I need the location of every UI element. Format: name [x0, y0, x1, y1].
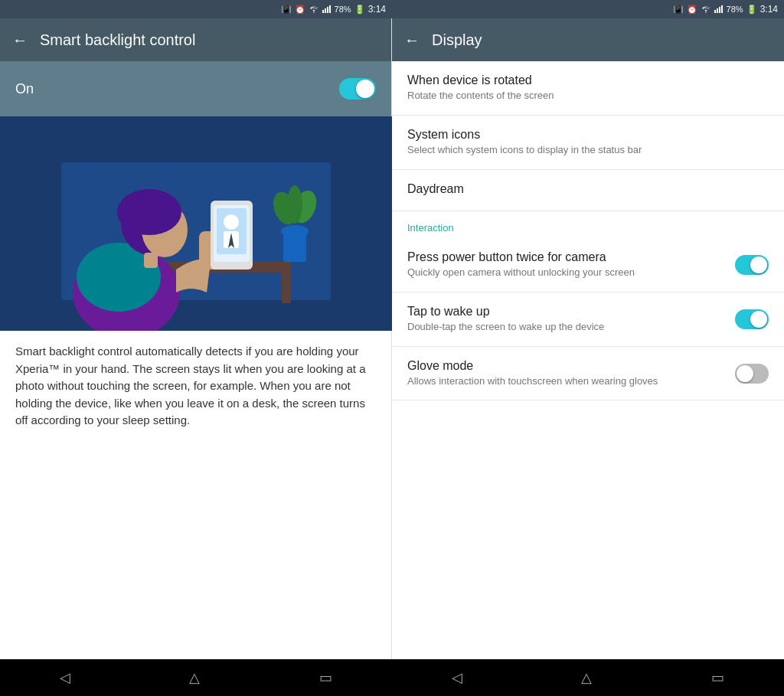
toggle-label: On	[15, 81, 34, 97]
svg-point-23	[117, 189, 181, 235]
svg-point-14	[281, 225, 309, 237]
svg-rect-7	[721, 5, 723, 13]
system-icons-text: System icons Select which system icons t…	[407, 128, 769, 157]
svg-rect-0	[322, 10, 324, 13]
left-panel: ← Smart backlight control On	[0, 18, 392, 659]
left-header: ← Smart backlight control	[0, 18, 391, 61]
left-status-bar: 📳 ⏰ 78% 🔋 3:14	[0, 0, 392, 18]
power-camera-toggle[interactable]	[735, 255, 769, 275]
svg-rect-3	[329, 5, 331, 13]
tap-wake-setting[interactable]: Tap to wake up Double-tap the screen to …	[392, 292, 784, 347]
system-icons-title: System icons	[407, 128, 760, 142]
dual-status-bar: 📳 ⏰ 78% 🔋 3:14 📳 ⏰ 78% 🔋 3:14	[0, 0, 784, 18]
left-home-nav[interactable]: △	[177, 663, 212, 692]
daydream-text: Daydream	[407, 182, 769, 198]
left-back-button[interactable]: ←	[12, 31, 28, 49]
vibrate-icon-r: 📳	[673, 5, 684, 15]
description-text: Smart backlight control automatically de…	[0, 331, 391, 659]
rotation-setting[interactable]: When device is rotated Rotate the conten…	[392, 61, 784, 116]
tap-wake-subtitle: Double-tap the screen to wake up the dev…	[407, 321, 726, 334]
right-back-nav[interactable]: ◁	[439, 663, 475, 692]
left-battery-pct: 78%	[335, 5, 351, 14]
signal-icon	[322, 5, 332, 15]
wifi-icon-r	[701, 5, 711, 15]
left-nav: ◁ △ ▭	[0, 663, 392, 692]
alarm-icon: ⏰	[295, 5, 305, 15]
svg-rect-6	[719, 7, 720, 13]
right-recents-nav[interactable]: ▭	[699, 663, 737, 692]
power-camera-subtitle: Quickly open camera without unlocking yo…	[407, 266, 726, 279]
right-time: 3:14	[760, 4, 778, 15]
interaction-section-header: Interaction	[392, 211, 784, 238]
system-icons-setting[interactable]: System icons Select which system icons t…	[392, 116, 784, 170]
daydream-setting[interactable]: Daydream	[392, 170, 784, 211]
toggle-row: On	[0, 61, 391, 116]
power-camera-text: Press power button twice for camera Quic…	[407, 250, 735, 279]
right-back-button[interactable]: ←	[404, 31, 420, 49]
svg-rect-12	[282, 273, 291, 303]
right-battery-icon: 🔋	[746, 5, 757, 15]
wifi-icon	[309, 5, 319, 15]
right-battery-pct: 78%	[727, 5, 743, 14]
glove-mode-title: Glove mode	[407, 359, 726, 373]
left-panel-title: Smart backlight control	[40, 31, 195, 49]
glove-mode-setting[interactable]: Glove mode Allows interaction with touch…	[392, 347, 784, 401]
svg-rect-4	[714, 10, 716, 13]
svg-rect-1	[325, 8, 326, 13]
right-nav: ◁ △ ▭	[392, 663, 784, 692]
nav-bar: ◁ △ ▭ ◁ △ ▭	[0, 659, 784, 696]
right-panel: ← Display When device is rotated Rotate …	[392, 18, 784, 659]
glove-mode-subtitle: Allows interaction with touchscreen when…	[407, 375, 726, 388]
rotation-title: When device is rotated	[407, 74, 760, 87]
tap-wake-text: Tap to wake up Double-tap the screen to …	[407, 305, 735, 334]
right-header: ← Display	[392, 18, 784, 61]
illustration	[0, 116, 392, 331]
svg-point-28	[224, 214, 239, 230]
system-icons-subtitle: Select which system icons to display in …	[407, 144, 760, 157]
settings-list: When device is rotated Rotate the conten…	[392, 61, 784, 659]
power-camera-setting[interactable]: Press power button twice for camera Quic…	[392, 238, 784, 292]
glove-mode-text: Glove mode Allows interaction with touch…	[407, 359, 735, 388]
left-back-nav[interactable]: ◁	[47, 663, 83, 692]
tap-wake-toggle[interactable]	[735, 309, 769, 329]
svg-point-17	[287, 185, 302, 224]
right-panel-title: Display	[432, 31, 482, 49]
tap-wake-title: Tap to wake up	[407, 305, 726, 319]
main-content: ← Smart backlight control On	[0, 18, 784, 659]
power-camera-title: Press power button twice for camera	[407, 250, 726, 264]
svg-rect-5	[717, 8, 718, 13]
rotation-text: When device is rotated Rotate the conten…	[407, 74, 769, 103]
glove-mode-toggle[interactable]	[735, 364, 769, 384]
left-time: 3:14	[368, 4, 386, 15]
alarm-icon-r: ⏰	[687, 5, 697, 15]
daydream-title: Daydream	[407, 182, 760, 196]
left-recents-nav[interactable]: ▭	[307, 663, 345, 692]
svg-rect-2	[327, 7, 328, 13]
signal-icon-r	[714, 5, 724, 15]
vibrate-icon: 📳	[281, 5, 292, 15]
rotation-subtitle: Rotate the contents of the screen	[407, 90, 760, 103]
left-battery-icon: 🔋	[354, 5, 365, 15]
right-home-nav[interactable]: △	[569, 663, 604, 692]
smart-backlight-toggle[interactable]	[339, 78, 376, 100]
right-status-bar: 📳 ⏰ 78% 🔋 3:14	[392, 0, 784, 18]
